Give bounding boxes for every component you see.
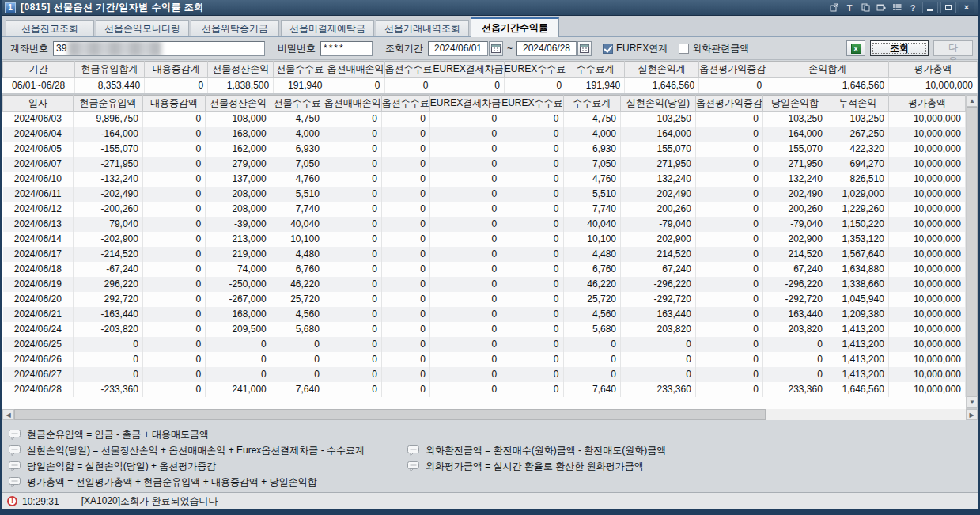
- cell: 296,220: [74, 277, 143, 292]
- cell: 0: [142, 307, 205, 322]
- cell: 7,050: [563, 157, 620, 172]
- minimize-button[interactable]: [922, 2, 938, 13]
- fx-amount-checkbox[interactable]: [679, 44, 689, 54]
- tab-futopt-balance[interactable]: 선옵잔고조회: [6, 20, 94, 36]
- maximize-button[interactable]: [940, 2, 956, 13]
- cell: 1,413,200: [827, 322, 888, 337]
- cell: 0: [324, 352, 381, 367]
- cell: 10,000,000: [888, 247, 965, 262]
- cell: 5,510: [271, 187, 324, 202]
- cell: 0: [429, 247, 501, 262]
- horizontal-scroll-thumb[interactable]: [14, 409, 766, 420]
- column-header: 실현손익(당일): [621, 96, 696, 112]
- cell: -203,820: [74, 322, 143, 337]
- next-button[interactable]: 다음: [933, 40, 973, 56]
- cell: 0: [429, 292, 501, 307]
- calendar-from-icon[interactable]: [489, 41, 503, 56]
- table-row: 2024/06/12-200,2600208,0007,74000007,740…: [3, 202, 966, 217]
- scroll-right-icon[interactable]: ▶: [966, 409, 978, 420]
- cell: 2024/06/21: [3, 307, 74, 322]
- cell: 0: [501, 382, 563, 397]
- cell: 0: [695, 307, 762, 322]
- cell: -79,040: [621, 217, 696, 232]
- cell: 0: [327, 78, 384, 93]
- scroll-up-icon[interactable]: ▲: [967, 95, 978, 107]
- tab-futopt-period-return[interactable]: 선옵기간수익률: [471, 17, 559, 37]
- cell: 74,000: [206, 262, 271, 277]
- period-to-input[interactable]: [516, 41, 577, 56]
- cell: 10,000,000: [888, 352, 965, 367]
- horizontal-scrollbar[interactable]: ◀ ▶: [2, 408, 978, 420]
- excel-export-button[interactable]: X: [846, 40, 865, 56]
- cell: 9,896,750: [74, 112, 143, 127]
- cell: 6,930: [563, 142, 620, 157]
- cell: 1,567,640: [827, 247, 888, 262]
- tab-futopt-pl-monitoring[interactable]: 선옵손익모니터링: [96, 20, 189, 36]
- scroll-down-icon[interactable]: ▼: [967, 396, 978, 408]
- column-header: 누적손익: [827, 96, 888, 112]
- cell: 2024/06/05: [3, 142, 74, 157]
- cell: 164,000: [762, 127, 827, 142]
- cell: 67,240: [621, 262, 696, 277]
- cell: 0: [74, 367, 143, 382]
- column-header: 대용증감액: [142, 96, 205, 112]
- cell: 0: [695, 352, 762, 367]
- help-icon[interactable]: ?: [906, 2, 920, 13]
- cell: 0: [563, 352, 620, 367]
- cell: 4,760: [271, 172, 324, 187]
- cell: 1,229,260: [827, 202, 888, 217]
- cell: 0: [142, 277, 205, 292]
- font-icon[interactable]: T: [842, 2, 857, 13]
- cell: -233,360: [74, 382, 143, 397]
- vertical-scrollbar[interactable]: ▲ ▼: [966, 95, 978, 408]
- cell: 191,940: [274, 78, 327, 93]
- cell: 0: [324, 127, 381, 142]
- eurex-link-checkbox[interactable]: [603, 44, 613, 54]
- cell: 0: [695, 172, 762, 187]
- table-row: 2024/06/11-202,4900208,0005,51000005,510…: [3, 187, 966, 202]
- cell: 0: [271, 352, 324, 367]
- vertical-scroll-thumb[interactable]: [967, 107, 978, 396]
- column-header: 일자: [3, 96, 74, 112]
- cell: 202,900: [762, 232, 827, 247]
- cell: 2024/06/12: [3, 202, 74, 217]
- tab-futopt-margin[interactable]: 선옵위탁증거금: [191, 20, 279, 36]
- cell: 213,000: [206, 232, 271, 247]
- cell: 0: [381, 127, 429, 142]
- cell: 10,000,000: [888, 112, 965, 127]
- cell: 271,950: [621, 157, 696, 172]
- cell: 10,100: [563, 232, 620, 247]
- close-button[interactable]: ×: [959, 2, 974, 13]
- cell: 271,950: [762, 157, 827, 172]
- account-value: 39: [56, 43, 66, 54]
- table-row: 2024/06/07-271,9500279,0007,05000007,050…: [3, 157, 966, 172]
- account-input[interactable]: 39: [53, 41, 265, 56]
- popout-icon[interactable]: [827, 2, 841, 13]
- period-label: 조회기간: [385, 42, 423, 55]
- tab-futopt-open-interest-deposit[interactable]: 선옵미결제예탁금: [281, 20, 374, 36]
- password-input[interactable]: [320, 41, 373, 56]
- cell: 10,000,000: [888, 217, 965, 232]
- cell: -202,490: [74, 187, 143, 202]
- copy-icon[interactable]: [858, 2, 872, 13]
- cell: 0: [695, 157, 762, 172]
- cell: 209,500: [206, 322, 271, 337]
- cell: 694,270: [827, 157, 888, 172]
- legend-text: 외화환전금액 = 환전매수(원화)금액 - 환전매도(원화)금액: [426, 444, 666, 457]
- menu-list-icon[interactable]: [890, 2, 904, 13]
- cell: -132,240: [74, 172, 143, 187]
- grid-section: 기간현금유입합계대용증감계선물정산손익선물수수료옵션매매손익옵션수수료EUREX…: [2, 60, 978, 420]
- new-window-icon[interactable]: [874, 2, 888, 13]
- cell: 2024/06/18: [3, 262, 74, 277]
- table-row: 2024/06/18-67,240074,0006,76000006,76067…: [3, 262, 966, 277]
- cell: 0: [381, 142, 429, 157]
- cell: 0: [429, 322, 501, 337]
- eurex-link-label: EUREX연계: [616, 42, 668, 55]
- period-from-input[interactable]: [428, 41, 488, 56]
- cell: 132,240: [762, 172, 827, 187]
- search-button[interactable]: 조회: [870, 40, 929, 56]
- calendar-to-icon[interactable]: [577, 41, 592, 56]
- cell: 0: [695, 232, 762, 247]
- tab-futopt-trade-history[interactable]: 선옵거래내역조회: [376, 20, 469, 36]
- scroll-left-icon[interactable]: ◀: [2, 409, 14, 420]
